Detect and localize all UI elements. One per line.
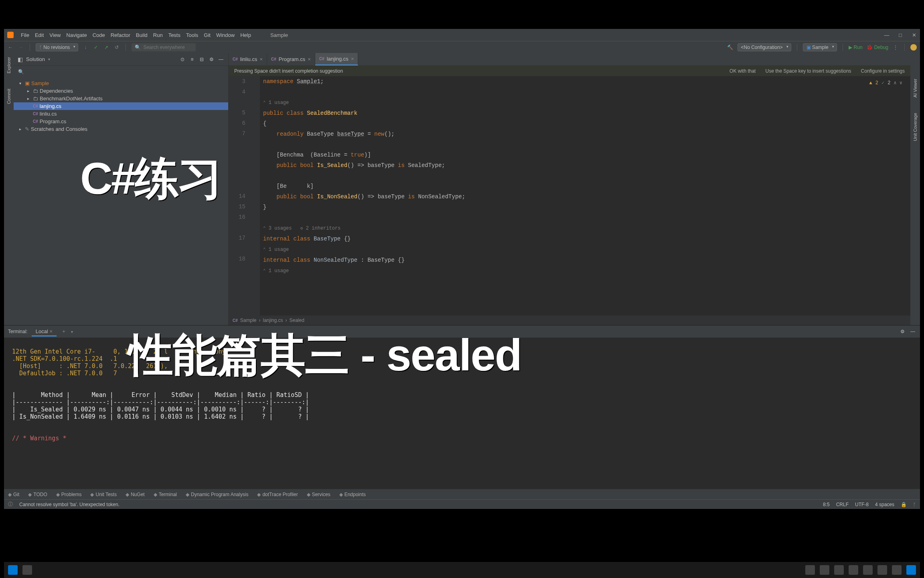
- target-icon[interactable]: ⊙: [179, 56, 186, 63]
- hint-ok[interactable]: OK with that: [729, 68, 756, 74]
- tree-search-icon[interactable]: 🔍: [18, 69, 24, 75]
- bottom-tool-tabs: ◆Git◆TODO◆Problems◆Unit Tests◆NuGet◆Term…: [4, 489, 920, 499]
- tool-icon: ◆: [339, 492, 343, 497]
- tool-dottrace-profiler[interactable]: ◆dotTrace Profiler: [257, 492, 298, 497]
- menu-build[interactable]: Build: [134, 31, 150, 39]
- add-tab-icon[interactable]: +: [61, 328, 67, 335]
- avatar-icon[interactable]: [910, 44, 917, 51]
- code-content[interactable]: namespace Sample1; ⌃ 1 usagepublic class…: [260, 76, 910, 315]
- vcs-revisions-dropdown[interactable]: ᚶ No revisions: [36, 43, 78, 51]
- tool-endpoints[interactable]: ◆Endpoints: [339, 492, 366, 497]
- tree-node-sample[interactable]: ▾▣Sample: [14, 79, 228, 87]
- menu-view[interactable]: View: [47, 31, 63, 39]
- editor-tab-linliu-cs[interactable]: C#linliu.cs×: [229, 53, 267, 65]
- hint-configure[interactable]: Configure in settings: [861, 68, 905, 74]
- terminal-settings-icon[interactable]: ⚙: [899, 328, 906, 335]
- forward-icon[interactable]: →: [18, 44, 24, 51]
- gutter-explorer[interactable]: Explorer: [6, 55, 11, 75]
- overlay-title-1: C#练习: [80, 149, 221, 209]
- menu-tools[interactable]: Tools: [184, 31, 201, 39]
- menu-run[interactable]: Run: [151, 31, 165, 39]
- commit-icon[interactable]: ✓: [93, 44, 99, 51]
- close-icon[interactable]: ×: [308, 56, 311, 62]
- notification-icon[interactable]: [906, 565, 916, 575]
- git-branch-icon[interactable]: ᚶ: [913, 502, 916, 507]
- tray-icon[interactable]: [863, 565, 873, 575]
- tray-icon[interactable]: [834, 565, 844, 575]
- collapse-icon[interactable]: ⊟: [199, 56, 205, 63]
- menu-navigate[interactable]: Navigate: [64, 31, 89, 39]
- gutter-ai[interactable]: AI Viewer: [913, 77, 918, 99]
- search-input[interactable]: [143, 45, 192, 50]
- gutter-coverage[interactable]: Unit Coverage: [913, 111, 918, 142]
- editor-area: C#linliu.cs×C#Program.cs×C#lanjing.cs× P…: [229, 53, 910, 325]
- status-encoding[interactable]: UTF-8: [855, 502, 869, 507]
- tool-terminal[interactable]: ◆Terminal: [154, 492, 177, 497]
- minimize-button[interactable]: —: [884, 32, 890, 38]
- gear-icon[interactable]: ◧: [18, 56, 23, 63]
- code-editor[interactable]: ▲2 ✓2 ∧ ∨ 34 567 141516 17 18 namespace …: [229, 76, 910, 315]
- tray-icon[interactable]: [820, 565, 829, 575]
- sound-icon[interactable]: [892, 565, 902, 575]
- menu-file[interactable]: File: [18, 31, 32, 39]
- menu-refactor[interactable]: Refactor: [108, 31, 133, 39]
- tool-unit-tests[interactable]: ◆Unit Tests: [90, 492, 116, 497]
- config-dropdown[interactable]: <No Configuration>: [738, 43, 791, 51]
- fold-column[interactable]: [252, 76, 260, 315]
- tree-node-benchmarkdotnet-artifacts[interactable]: ▸🗀BenchmarkDotNet.Artifacts: [14, 95, 228, 102]
- start-button[interactable]: [8, 565, 18, 575]
- expand-icon[interactable]: ≡: [189, 56, 195, 63]
- status-lineend[interactable]: CRLF: [836, 502, 849, 507]
- menu-git[interactable]: Git: [201, 31, 213, 39]
- status-pos[interactable]: 8:5: [823, 502, 830, 507]
- terminal-hide-icon[interactable]: —: [910, 328, 916, 335]
- editor-tab-lanjing-cs[interactable]: C#lanjing.cs×: [315, 53, 359, 65]
- status-indent[interactable]: 4 spaces: [875, 502, 894, 507]
- editor-tab-program-cs[interactable]: C#Program.cs×: [267, 53, 315, 65]
- more-icon[interactable]: ⋮: [892, 44, 899, 51]
- weather-widget[interactable]: [22, 565, 32, 575]
- run-config-dropdown[interactable]: ▣ Sample: [803, 43, 837, 51]
- tool-problems[interactable]: ◆Problems: [56, 492, 82, 497]
- update-icon[interactable]: ↓: [82, 44, 89, 51]
- terminal-tab-local[interactable]: Local ×: [32, 327, 57, 336]
- hide-icon[interactable]: —: [218, 56, 224, 63]
- tree-node-linliu-cs[interactable]: C#linliu.cs: [14, 110, 228, 118]
- tree-node-lanjing-cs[interactable]: C#lanjing.cs: [14, 102, 228, 110]
- menu-edit[interactable]: Edit: [32, 31, 46, 39]
- menu-window[interactable]: Window: [214, 31, 237, 39]
- menu-help[interactable]: Help: [238, 31, 253, 39]
- tree-node-dependencies[interactable]: ▸🗀Dependencies: [14, 87, 228, 95]
- tray-icon[interactable]: [849, 565, 858, 575]
- readonly-icon[interactable]: 🔒: [901, 502, 907, 507]
- network-icon[interactable]: [877, 565, 887, 575]
- hammer-icon[interactable]: 🔨: [727, 44, 734, 51]
- maximize-button[interactable]: □: [898, 32, 903, 38]
- close-icon[interactable]: ×: [351, 56, 354, 62]
- tool-icon: ◆: [28, 492, 32, 497]
- tool-dynamic-program-analysis[interactable]: ◆Dynamic Program Analysis: [186, 492, 248, 497]
- debug-button[interactable]: 🐞 Debug: [867, 45, 888, 50]
- history-icon[interactable]: ↺: [113, 44, 120, 51]
- tool-services[interactable]: ◆Services: [307, 492, 330, 497]
- gutter-commit[interactable]: Commit: [6, 87, 11, 106]
- breadcrumb[interactable]: C# Sample › lanjing.cs › Sealed: [229, 315, 910, 325]
- tool-git[interactable]: ◆Git: [8, 492, 19, 497]
- settings-icon[interactable]: ⚙: [208, 56, 215, 63]
- close-icon[interactable]: ×: [259, 56, 263, 62]
- tree-node-program-cs[interactable]: C#Program.cs: [14, 118, 228, 125]
- back-icon[interactable]: ←: [7, 44, 14, 51]
- tool-todo[interactable]: ◆TODO: [28, 492, 47, 497]
- main-toolbar: ← → ᚶ No revisions ↓ ✓ ↗ ↺ 🔍 🔨 <No Confi…: [4, 41, 920, 53]
- tray-icon[interactable]: [805, 565, 815, 575]
- menu-tests[interactable]: Tests: [166, 31, 183, 39]
- tree-node-scratches-and-consoles[interactable]: ▸✎Scratches and Consoles: [14, 125, 228, 133]
- problems-badge[interactable]: ▲2 ✓2 ∧ ∨: [869, 78, 903, 88]
- close-button[interactable]: ✕: [911, 32, 917, 38]
- menu-code[interactable]: Code: [90, 31, 107, 39]
- hint-use-space[interactable]: Use the Space key to insert suggestions: [765, 68, 851, 74]
- search-everywhere[interactable]: 🔍: [132, 43, 196, 51]
- push-icon[interactable]: ↗: [103, 44, 109, 51]
- tool-nuget[interactable]: ◆NuGet: [126, 492, 145, 497]
- run-button[interactable]: ▶ Run: [849, 45, 863, 50]
